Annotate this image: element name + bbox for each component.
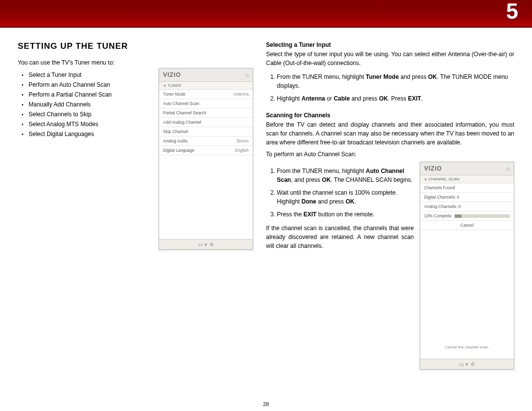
cancel-row: Cancel — [420, 221, 514, 230]
intro-text: You can use the TV's Tuner menu to: — [18, 58, 151, 67]
progress-bar-fill — [455, 214, 462, 218]
list-item: Select a Tuner Input — [29, 70, 151, 80]
chapter-number: 5 — [506, 0, 518, 24]
list-item: Perform an Auto Channel Scan — [29, 80, 151, 90]
menu-row-value: Antenna — [233, 92, 249, 97]
step-item: Highlight Antenna or Cable and press OK.… — [277, 92, 514, 105]
subheading-selecting-tuner: Selecting a Tuner Input — [266, 41, 514, 48]
scan-hint: Cancel the channel scan. — [420, 343, 514, 351]
feature-list: Select a Tuner Input Perform an Auto Cha… — [18, 70, 151, 139]
channel-scan-screenshot: VIZIO ⌂ CHANNEL SCAN Channels Found Digi… — [420, 162, 514, 370]
menu-row-value: English — [235, 148, 249, 153]
back-arrow-icon — [163, 84, 166, 87]
paragraph: If the channel scan is cancelled, the ch… — [266, 224, 414, 250]
home-icon: ⌂ — [506, 165, 510, 172]
breadcrumb: TUNER — [159, 82, 253, 90]
vizio-logo: VIZIO — [424, 165, 442, 172]
menu-row-label: Auto Channel Scan — [163, 101, 199, 106]
menu-row-label: Partial Channel Search — [163, 110, 206, 115]
step-item: From the TUNER menu, highlight Auto Chan… — [277, 165, 414, 186]
list-item: Perform a Partial Channel Scan — [29, 90, 151, 100]
menu-row-label: Analog Audio — [163, 138, 188, 143]
list-item: Select Digital Languages — [29, 129, 151, 139]
section-heading: SETTING UP THE TUNER — [18, 41, 256, 51]
paragraph: Before the TV can detect and display cha… — [266, 120, 514, 147]
menu-row-label: Digital Language — [163, 148, 195, 153]
vizio-logo: VIZIO — [163, 71, 181, 78]
progress-label: 13% Complete — [424, 213, 452, 218]
page-number: 28 — [0, 401, 532, 407]
breadcrumb: CHANNEL SCAN — [420, 175, 514, 183]
menu-row-label: Skip Channel — [163, 129, 188, 134]
step-item: Wait until the channel scan is 100% comp… — [277, 186, 414, 208]
home-icon: ⌂ — [245, 71, 249, 78]
menu-row-value: Stereo — [236, 138, 249, 143]
menu-row-label: Add Analog Channel — [163, 120, 201, 125]
step-item: From the TUNER menu, highlight Tuner Mod… — [277, 70, 514, 92]
list-item: Select Channels to Skip — [29, 109, 151, 119]
scan-row: Digital Channels: 0 — [424, 195, 459, 200]
step-item: Press the EXIT button on the remote. — [277, 208, 414, 221]
list-item: Select Analog MTS Modes — [29, 119, 151, 129]
chapter-banner: 5 — [0, 0, 532, 27]
scan-progress-row: 13% Complete — [420, 211, 514, 221]
menu-footer-icons: ▭ ▾ ✲ — [420, 359, 514, 369]
progress-bar — [455, 214, 510, 218]
steps-selecting-tuner: From the TUNER menu, highlight Tuner Mod… — [266, 70, 514, 105]
back-arrow-icon — [424, 178, 427, 181]
scan-row: Channels Found — [424, 185, 455, 190]
paragraph: Select the type of tuner input you will … — [266, 50, 514, 68]
list-item: Manually Add Channels — [29, 100, 151, 109]
scan-row: Analog Channels: 0 — [424, 204, 461, 209]
menu-row-label: Tuner Mode — [163, 92, 186, 97]
tuner-menu-screenshot: VIZIO ⌂ TUNER Tuner ModeAntenna Auto Cha… — [159, 68, 253, 250]
subheading-scanning-channels: Scanning for Channels — [266, 112, 514, 119]
paragraph: To perform an Auto Channel Scan: — [266, 150, 514, 159]
menu-footer-icons: ▭ ▾ ✲ — [159, 239, 253, 249]
steps-auto-scan: From the TUNER menu, highlight Auto Chan… — [266, 165, 414, 221]
